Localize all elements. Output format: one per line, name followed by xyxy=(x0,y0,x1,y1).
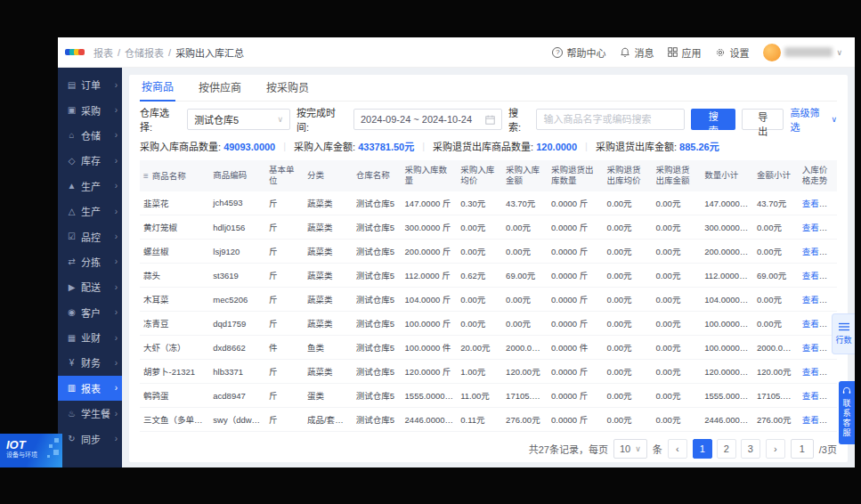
column-settings-icon[interactable]: ≡ xyxy=(143,171,149,181)
export-button[interactable]: 导出 xyxy=(742,109,784,130)
table-cell: swy（ddw）5980 xyxy=(209,408,265,432)
tab-by-product[interactable]: 按商品 xyxy=(140,78,175,102)
view-details-link[interactable]: 查看详情 xyxy=(802,295,836,305)
view-details-link[interactable]: 查看详情 xyxy=(802,415,836,425)
view-details-link[interactable]: 查看详情 xyxy=(802,367,836,377)
table-cell: 2000.00元 xyxy=(502,336,548,360)
prev-page-button[interactable]: ‹ xyxy=(668,439,687,459)
chevron-right-icon: › xyxy=(115,207,118,216)
search-button[interactable]: 搜索 xyxy=(691,109,735,130)
sidebar-item-label: 业财 xyxy=(81,330,101,345)
sidebar-item-8[interactable]: ⇄分拣› xyxy=(58,249,122,274)
table-cell: 0.00元 xyxy=(604,384,653,408)
page-button-2[interactable]: 2 xyxy=(717,439,736,459)
chevron-right-icon: › xyxy=(115,434,118,443)
contact-support-button[interactable]: 联系客服 xyxy=(839,381,855,444)
table-cell: 0.00元 xyxy=(457,288,502,312)
view-details-link[interactable]: 查看详情 xyxy=(802,271,836,280)
rows-icon xyxy=(839,322,849,331)
filter-bar: 仓库选择: 测试仓库5 ∨ 按完成时间: 2024-09-24 ~ 2024-1… xyxy=(140,102,837,137)
sidebar-item-10[interactable]: ◉客户› xyxy=(58,300,122,325)
table-cell: dxd8662 xyxy=(209,336,265,360)
sidebar-item-9[interactable]: ▶配送› xyxy=(58,274,122,299)
table-cell: 斤 xyxy=(265,288,304,312)
messages-button[interactable]: 消息 xyxy=(620,45,654,60)
view-details-link[interactable]: 查看详情 xyxy=(802,247,836,256)
sidebar-item-11[interactable]: ▦业财› xyxy=(58,325,122,350)
sidebar-item-12[interactable]: ¥财务› xyxy=(58,350,122,375)
page-button-1[interactable]: 1 xyxy=(693,439,712,459)
inventory-icon: ◇ xyxy=(66,156,77,166)
sidebar-item-label: 生产 xyxy=(81,179,101,193)
search-label: 搜索: xyxy=(508,105,531,134)
page-size-select[interactable]: 10 ∨ xyxy=(613,439,647,459)
sidebar-item-14[interactable]: ♨学生餐› xyxy=(58,401,122,426)
table-cell: 斤 xyxy=(265,215,304,240)
table-cell: 斤 xyxy=(265,264,304,288)
production-alt-icon: △ xyxy=(66,207,77,216)
sidebar-item-3[interactable]: ⌂仓储› xyxy=(58,123,122,148)
table-cell: hlb3371 xyxy=(209,360,265,384)
table-cell: 0.0000 斤 xyxy=(548,408,604,432)
sidebar-item-1[interactable]: ▤订单› xyxy=(58,72,122,97)
summary-item: 采购退货出库商品数量: 120.0000 xyxy=(433,139,577,153)
table-row: 螺丝椒lsj9120斤蔬菜类测试仓库5200.0000 斤0.00元0.00元0… xyxy=(140,240,837,264)
table-cell: 测试仓库5 xyxy=(353,360,402,384)
breadcrumb-warehouse-reports[interactable]: 仓储报表 xyxy=(125,45,164,60)
warehouse-select[interactable]: 测试仓库5 ∨ xyxy=(187,109,290,130)
sidebar-item-13[interactable]: ▥报表› xyxy=(58,376,122,401)
page-size-unit: 条 xyxy=(653,442,662,456)
search-input[interactable] xyxy=(536,109,685,130)
sidebar-item-15[interactable]: ↻同步› xyxy=(58,426,122,451)
table-cell: 0.0000 斤 xyxy=(548,215,604,240)
table-cell: 112.0000 斤 xyxy=(402,264,458,288)
sidebar-item-label: 品控 xyxy=(81,230,101,244)
table-cell: 0.00元 xyxy=(604,360,653,384)
apps-button[interactable]: 应用 xyxy=(668,45,701,60)
breadcrumb-reports[interactable]: 报表 xyxy=(93,45,113,60)
table-cell: 成品/套餐/组品 xyxy=(304,408,353,432)
table-cell: 100.0000 件 xyxy=(402,336,458,360)
sidebar-item-4[interactable]: ◇库存› xyxy=(58,148,122,173)
column-header: 基本单位 xyxy=(265,160,304,191)
user-menu[interactable]: ∨ xyxy=(763,44,842,61)
column-header: 仓库名称 xyxy=(353,160,402,191)
help-center-button[interactable]: ? 帮助中心 xyxy=(552,45,605,60)
table-cell: 斤 xyxy=(265,408,304,432)
top-bar-actions: ? 帮助中心 消息 应用 设置 ∨ xyxy=(552,44,842,61)
table-cell: 43.70元 xyxy=(502,191,548,215)
table-row: 木耳菜mec5206斤蔬菜类测试仓库5104.0000 斤0.00元0.00元0… xyxy=(140,288,837,312)
view-details-link[interactable]: 查看详情 xyxy=(802,223,836,232)
tab-by-purchaser[interactable]: 按采购员 xyxy=(264,79,311,101)
column-header: ≡商品名称 xyxy=(140,160,209,191)
breadcrumb: 报表 / 仓储报表 / 采购出入库汇总 xyxy=(93,45,244,60)
table-cell: 胡萝卜-21321 xyxy=(140,360,209,384)
view-details-link[interactable]: 查看详情 xyxy=(802,199,836,208)
row-count-tool-button[interactable]: 行数 xyxy=(832,313,855,354)
sidebar-item-2[interactable]: ▣采购› xyxy=(58,97,122,122)
sidebar-item-7[interactable]: ☑品控› xyxy=(58,224,122,248)
page-button-3[interactable]: 3 xyxy=(741,439,760,459)
table-cell: 0.00元 xyxy=(652,264,701,288)
advanced-filter-link[interactable]: 高级筛选 ∨ xyxy=(790,105,837,134)
date-range-picker[interactable]: 2024-09-24 ~ 2024-10-24 xyxy=(353,109,502,130)
headset-icon xyxy=(842,386,851,395)
iot-logo: IOT 设备与环境 xyxy=(0,434,62,467)
view-details-link[interactable]: 查看详情 xyxy=(802,391,836,401)
next-page-button[interactable]: › xyxy=(766,439,785,459)
table-cell: 0.0000 斤 xyxy=(548,360,604,384)
tab-by-supplier[interactable]: 按供应商 xyxy=(197,79,243,101)
chevron-right-icon: › xyxy=(115,333,118,343)
table-cell: 1555.0000 斤 xyxy=(402,384,458,408)
sidebar-item-5[interactable]: ▲生产› xyxy=(58,174,122,199)
table-cell: 0.00元 xyxy=(652,215,701,240)
business-finance-icon: ▦ xyxy=(66,333,77,343)
table-row: 三文鱼（多单位）swy（ddw）5980斤成品/套餐/组品测试仓库52446.0… xyxy=(140,408,837,432)
settings-button[interactable]: 设置 xyxy=(715,45,749,60)
sidebar-item-6[interactable]: △生产› xyxy=(58,199,122,224)
table-cell: 0.0000 斤 xyxy=(548,384,604,408)
page-jump-input[interactable]: 1 xyxy=(791,439,814,459)
table-cell: 测试仓库5 xyxy=(353,336,402,360)
table-cell: 蔬菜类 xyxy=(304,312,353,336)
orders-icon: ▤ xyxy=(66,80,77,90)
